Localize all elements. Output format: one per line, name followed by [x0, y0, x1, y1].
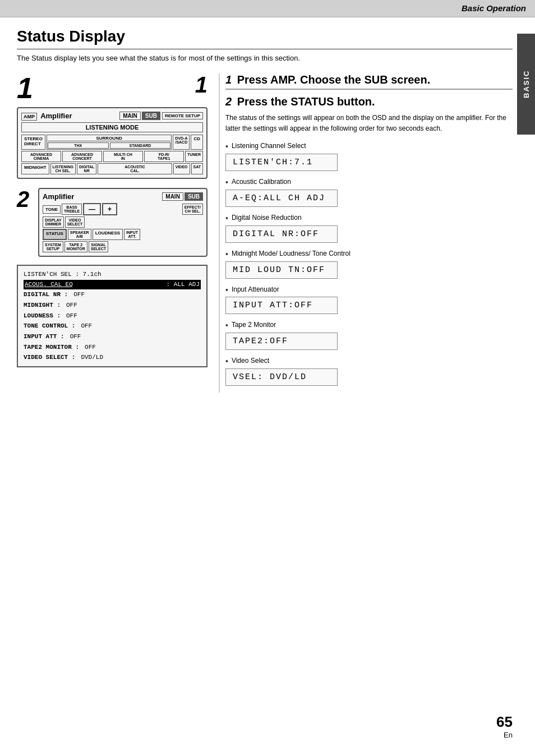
standard-btn[interactable]: STANDARD: [110, 142, 171, 149]
tape2-monitor-row: TAPE2 MONITOR : OFF: [24, 342, 201, 353]
step1-heading-text: Press AMP. Choose the SUB screen.: [237, 73, 431, 86]
system-setup-btn[interactable]: SYSTEMSETUP: [43, 241, 63, 252]
tab-main[interactable]: MAIN: [119, 112, 141, 120]
step2-heading-text: Press the STATUS button.: [237, 95, 375, 108]
bullet-dot-1: •: [225, 178, 228, 187]
intro-text: The Status display lets you see what the…: [17, 54, 513, 62]
advanced-cinema-btn[interactable]: ADVANCEDCINEMA: [21, 151, 61, 162]
page-title: Status Display: [17, 23, 513, 49]
cd-btn[interactable]: CD: [191, 135, 203, 150]
page-suffix: En: [496, 731, 513, 739]
step2-row: 2 Amplifier MAIN SUB: [17, 188, 207, 259]
amp-sub-display: Amplifier MAIN SUB TONE BASSTREB: [38, 188, 207, 257]
bullet-label-1: Acoustic Calibration: [232, 178, 291, 186]
multi-ch-btn[interactable]: MULTI CHIN: [103, 151, 143, 162]
bullet-3: • Midnight Mode/ Loudness/ Tone Control …: [225, 250, 513, 279]
display-value-1: A-EQ:ALL CH ADJ: [225, 190, 338, 207]
page-number: 65: [496, 713, 513, 731]
amp-sub-tabs: MAIN SUB: [162, 192, 203, 201]
video-btn[interactable]: VIDEO: [173, 163, 190, 174]
signal-select-btn[interactable]: SIGNALSELECT: [89, 241, 109, 252]
bullet-label-2: Digital Noise Reduction: [232, 214, 302, 222]
main-content: Status Display The Status display lets y…: [0, 17, 535, 415]
bullet-dot-2: •: [225, 214, 228, 223]
step2-number-right: 2: [225, 95, 232, 108]
status-display-box: LISTEN'CH SEL : 7.1ch ACOUS. CAL EQ: ALL…: [17, 265, 207, 367]
bullet-label-6: Video Select: [232, 357, 269, 365]
thx-btn[interactable]: THX: [48, 142, 109, 149]
dvda-sacd-btn[interactable]: DVD-A/SACD: [173, 135, 190, 150]
bullet-1: • Acoustic Calibration A-EQ:ALL CH ADJ: [225, 178, 513, 207]
bullet-2: • Digital Noise Reduction DIGITAL NR:OFF: [225, 214, 513, 243]
display-value-2: DIGITAL NR:OFF: [225, 225, 338, 243]
step2-heading: 2 Press the STATUS button.: [225, 95, 513, 108]
input-att-btn[interactable]: INPUTATT.: [124, 229, 140, 240]
loudness-btn[interactable]: LOUDNESS: [93, 229, 123, 240]
midnight-row: MIDNIGHT : OFF: [24, 300, 201, 311]
amp-main-title: AMP Amplifier: [21, 112, 72, 120]
tuner-btn[interactable]: TUNER: [185, 151, 203, 162]
video-select-row: VIDEO SELECT : DVD/LD: [24, 352, 201, 363]
digital-nr-row: DIGITAL NR : OFF: [24, 289, 201, 300]
bullet-label-4: Input Attenuator: [232, 285, 279, 293]
display-value-3: MID LOUD TN:OFF: [225, 261, 338, 279]
listening-mode-label: LISTENING MODE: [21, 122, 203, 132]
bullet-list: • Listening Channel Select LISTEN'CH:7.1…: [225, 142, 513, 386]
left-column: 1 1 AMP Amplifier MAIN SUB REMOTE SETU: [17, 73, 207, 393]
bullet-dot-3: •: [225, 250, 228, 259]
amp-main-tabs: MAIN SUB: [119, 112, 160, 120]
display-value-4: INPUT ATT:OFF: [225, 297, 338, 314]
display-dimmer-btn[interactable]: DISPLAYDIMMER: [43, 216, 64, 228]
header-bar: Basic Operation: [0, 0, 535, 17]
acoustic-cal-btn[interactable]: ACOUSTICCAL.: [98, 163, 172, 174]
bullet-dot-0: •: [225, 142, 228, 151]
plus-btn[interactable]: +: [102, 203, 117, 215]
advanced-concert-btn[interactable]: ADVANCEDCONCERT: [62, 151, 102, 162]
midnight-btn[interactable]: MIDNIGHT: [21, 163, 49, 174]
listen-ch-row: LISTEN'CH SEL : 7.1ch: [24, 269, 201, 280]
right-column: 1 Press AMP. Choose the SUB screen. 2 Pr…: [219, 73, 513, 393]
bullet-5: • Tape 2 Monitor TAPE2:OFF: [225, 321, 513, 350]
stereo-direct-btn[interactable]: STEREODIRECT: [21, 135, 45, 150]
bullet-label-0: Listening Channel Select: [232, 142, 306, 150]
tab-main-sub[interactable]: MAIN: [162, 192, 183, 201]
tape2-monitor-btn[interactable]: TAPE 2MONITOR: [64, 241, 87, 252]
page-number-area: 65 En: [496, 713, 513, 739]
display-value-0: LISTEN'CH:7.1: [225, 154, 338, 171]
step1-number-right: 1: [225, 73, 232, 86]
acous-cal-row: ACOUS. CAL EQ: ALL ADJ: [24, 280, 201, 290]
minus-btn[interactable]: —: [83, 203, 101, 215]
listening-ch-sel-btn[interactable]: LISTENINGCH SEL.: [50, 163, 76, 174]
speaker-ab-btn[interactable]: SPEAKERA/B: [68, 229, 91, 240]
step1-left-number: 1: [17, 73, 33, 103]
display-value-6: VSEL: DVD/LD: [225, 368, 338, 386]
video-select-btn[interactable]: VIDEOSELECT: [65, 216, 85, 228]
amp-remote-setup: REMOTE SETUP: [162, 112, 203, 119]
step2-desc: The status of the settings will appear o…: [225, 113, 513, 134]
tone-btn[interactable]: TONE: [43, 205, 61, 214]
digital-nr-btn[interactable]: DIGITALNR: [77, 163, 96, 174]
effect-ch-sel-btn[interactable]: EFFECT/CH SEL.: [182, 204, 203, 215]
bullet-dot-6: •: [225, 357, 228, 366]
step2-left-number: 2: [17, 188, 34, 210]
tab-sub-active[interactable]: SUB: [185, 192, 203, 201]
bullet-6: • Video Select VSEL: DVD/LD: [225, 357, 513, 386]
bullet-label-3: Midnight Mode/ Loudness/ Tone Control: [232, 250, 350, 257]
bullet-4: • Input Attenuator INPUT ATT:OFF: [225, 285, 513, 315]
sat-btn[interactable]: SAT: [191, 163, 203, 174]
step1-right-number: 1: [195, 73, 207, 96]
step1-heading: 1 Press AMP. Choose the SUB screen.: [225, 73, 513, 90]
status-btn[interactable]: STATUS: [43, 229, 67, 240]
amp-sub-title: Amplifier: [43, 192, 74, 201]
amp-main-display: AMP Amplifier MAIN SUB REMOTE SETUP LIST…: [17, 107, 207, 179]
tone-control-row: TONE CONTROL : OFF: [24, 321, 201, 331]
header-title: Basic Operation: [462, 3, 526, 13]
tab-sub[interactable]: SUB: [142, 112, 160, 120]
bullet-dot-4: •: [225, 285, 228, 295]
two-column-layout: 1 1 AMP Amplifier MAIN SUB REMOTE SETU: [17, 73, 513, 393]
fdr-tape1-btn[interactable]: FD-R/TAPE1: [144, 151, 184, 162]
bass-treble-btn[interactable]: BASSTREBLE: [62, 204, 82, 215]
bullet-0: • Listening Channel Select LISTEN'CH:7.1: [225, 142, 513, 171]
bullet-label-5: Tape 2 Monitor: [232, 321, 276, 329]
input-att-row: INPUT ATT : OFF: [24, 331, 201, 342]
